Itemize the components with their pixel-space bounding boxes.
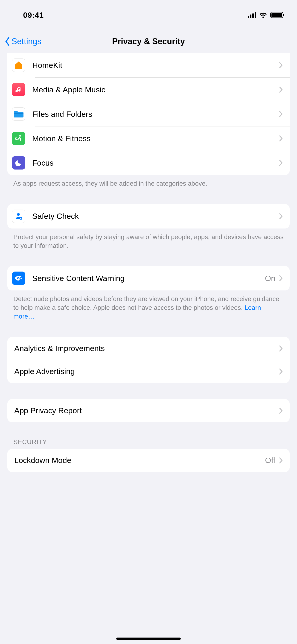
music-icon [12,83,25,96]
chevron-right-icon [279,111,283,117]
row-focus[interactable]: Focus [7,151,290,175]
security-group: Lockdown Mode Off [7,449,290,472]
app-privacy-group: App Privacy Report [7,399,290,422]
cellular-icon [248,12,256,18]
svg-point-1 [19,135,21,136]
row-sensitive-content[interactable]: Sensitive Content Warning On [7,266,290,290]
row-safety-check[interactable]: Safety Check [7,204,290,228]
safety-check-footer: Protect your personal safety by staying … [13,233,284,250]
chevron-right-icon [279,135,283,142]
chevron-right-icon [279,345,283,352]
status-bar: 09:41 [0,0,297,30]
row-value: On [265,274,275,283]
running-icon [12,132,25,145]
chevron-right-icon [279,86,283,93]
row-label: Apple Advertising [14,367,75,376]
chevron-left-icon [4,37,10,46]
eye-warning-icon [12,272,25,285]
chevron-right-icon [279,457,283,464]
row-label: Analytics & Improvements [14,344,105,353]
back-label: Settings [12,36,42,46]
row-label: Focus [32,158,54,168]
svg-point-8 [18,278,19,279]
sensitive-content-footer: Detect nude photos and videos before the… [13,294,284,320]
row-label: Safety Check [32,212,79,221]
row-label: App Privacy Report [14,406,82,415]
row-label: Files and Folders [32,110,92,118]
wifi-icon [259,12,267,18]
row-label: Media & Apple Music [32,85,106,94]
row-homekit[interactable]: HomeKit [7,53,290,78]
chevron-right-icon [279,368,283,375]
row-label: HomeKit [32,61,62,70]
row-analytics[interactable]: Analytics & Improvements [7,337,290,360]
access-categories-footer: As apps request access, they will be add… [13,179,284,188]
svg-point-5 [17,213,20,216]
status-time: 09:41 [0,10,67,20]
analytics-group: Analytics & Improvements Apple Advertisi… [7,337,290,383]
page-title: Privacy & Security [0,36,297,46]
row-files-folders[interactable]: Files and Folders [7,102,290,126]
chevron-right-icon [279,213,283,220]
chevron-right-icon [279,408,283,414]
battery-icon [270,12,283,18]
row-motion-fitness[interactable]: Motion & Fitness [7,126,290,151]
chevron-right-icon [279,62,283,68]
status-indicators [248,12,283,18]
chevron-right-icon [279,275,283,282]
svg-rect-0 [14,113,24,114]
svg-rect-4 [16,139,17,140]
row-label: Lockdown Mode [14,456,71,465]
back-button[interactable]: Settings [4,36,42,46]
folder-icon [12,107,25,121]
row-lockdown-mode[interactable]: Lockdown Mode Off [7,449,290,472]
moon-icon [12,156,25,170]
svg-rect-2 [16,137,17,138]
svg-rect-9 [21,278,22,279]
row-media-apple-music[interactable]: Media & Apple Music [7,78,290,102]
home-indicator[interactable] [116,638,181,640]
row-value: Off [265,456,275,465]
row-label: Motion & Fitness [32,134,90,143]
sensitive-content-group: Sensitive Content Warning On [7,266,290,290]
svg-rect-3 [15,138,16,139]
access-categories-group: HomeKit Media & Apple Music Files and Fo… [7,53,290,175]
homekit-icon [12,58,25,72]
svg-point-10 [21,279,22,280]
safety-check-group: Safety Check [7,204,290,228]
chevron-right-icon [279,160,283,166]
row-app-privacy-report[interactable]: App Privacy Report [7,399,290,422]
row-label: Sensitive Content Warning [32,274,124,283]
security-header: SECURITY [13,438,284,446]
person-check-icon [12,210,25,223]
content: HomeKit Media & Apple Music Files and Fo… [0,53,297,472]
nav-bar: Settings Privacy & Security [0,30,297,53]
row-apple-advertising[interactable]: Apple Advertising [7,360,290,383]
